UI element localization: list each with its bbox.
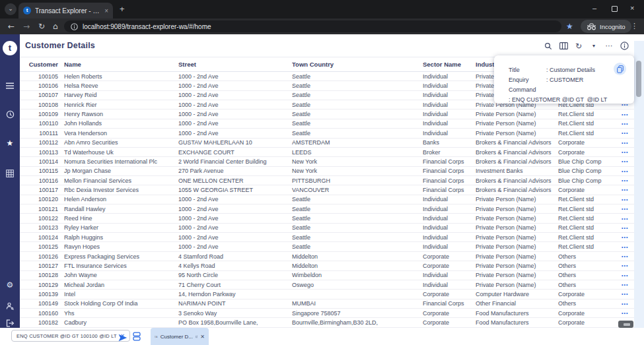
window-minimize-button[interactable]: –: [592, 4, 596, 12]
table-row[interactable]: 100110John Hollands1000 - 2nd AveSeattle…: [20, 119, 634, 129]
chevron-down-icon[interactable]: ▾: [589, 43, 598, 49]
window-maximize-button[interactable]: [612, 6, 618, 12]
open-in-window-icon[interactable]: [196, 334, 197, 340]
row-actions-button[interactable]: •••: [622, 159, 634, 164]
command-input-chip[interactable]: ENQ CUSTOMER @ID GT 100100 @ID LT ✕: [11, 330, 130, 342]
columns-icon[interactable]: [559, 42, 568, 49]
copy-button[interactable]: [614, 63, 626, 75]
table-row[interactable]: 100122Reed Hine1000 - 2nd AveSeattleIndi…: [20, 214, 634, 223]
table-row[interactable]: 100116Mellon Financial ServicesONE MELLO…: [20, 176, 634, 185]
column-header-sector-name[interactable]: Sector Name: [423, 61, 476, 68]
row-actions-button[interactable]: •••: [622, 263, 634, 268]
favorites-star-icon[interactable]: ★: [0, 139, 20, 148]
home-icon[interactable]: ⌂: [53, 18, 58, 34]
command-text: ENQ CUSTOMER @ID GT 100100 @ID LT: [17, 333, 117, 339]
tab-search-button[interactable]: ⌄: [5, 3, 17, 15]
row-actions-button[interactable]: •••: [622, 131, 634, 135]
table-row[interactable]: 100111Vera Henderson1000 - 2nd AveSeattl…: [20, 129, 634, 138]
row-actions-button[interactable]: •••: [622, 187, 634, 192]
command-stack-icon[interactable]: [133, 332, 141, 344]
row-actions-button[interactable]: •••: [622, 141, 634, 145]
table-row[interactable]: 100128John Wayne95 North CircleWimbeldon…: [20, 271, 634, 280]
cell: Brokers & Financial Advisors: [476, 149, 558, 156]
cell: Individual: [423, 111, 476, 117]
table-row[interactable]: 100117Rbc Dexia Investor Services1055 W …: [20, 185, 634, 195]
row-actions-button[interactable]: •••: [622, 245, 634, 249]
row-actions-button[interactable]: •••: [622, 121, 634, 126]
row-actions-button[interactable]: •••: [622, 254, 634, 259]
vertical-scrollbar[interactable]: [634, 41, 644, 328]
row-actions-button[interactable]: •••: [622, 197, 634, 202]
column-header-street[interactable]: Street: [178, 61, 292, 68]
refresh-icon[interactable]: ↻: [574, 42, 583, 51]
row-actions-button[interactable]: •••: [622, 112, 634, 117]
table-row[interactable]: 100139Intel14, Herndon ParkwayCorporateC…: [20, 290, 634, 299]
table-row[interactable]: 100112Abn Amro SecuritiesGUSTAV MAHLERLA…: [20, 139, 634, 148]
row-actions-button[interactable]: •••: [622, 169, 634, 173]
apps-grid-icon[interactable]: [0, 168, 20, 180]
table-row[interactable]: 100109Henry Rawson1000 - 2nd AveSeattleI…: [20, 110, 634, 119]
cell: LEEDS: [292, 149, 423, 156]
row-actions-button[interactable]: •••: [622, 226, 634, 230]
tab-close-icon[interactable]: ×: [104, 7, 108, 15]
app-logo[interactable]: t: [3, 41, 17, 55]
table-row[interactable]: 100123Ryley Harker1000 - 2nd AveSeattleI…: [20, 224, 634, 233]
row-actions-button[interactable]: •••: [622, 311, 634, 315]
table-row[interactable]: 100124Ralph Huggins1000 - 2nd AveSeattle…: [20, 233, 634, 242]
address-bar[interactable]: localhost:9089/transact-explorer-wa/#/ho…: [64, 20, 561, 32]
table-row[interactable]: 100113Td Waterhouse UkEXCHANGE COURTLEED…: [20, 148, 634, 157]
row-actions-button[interactable]: •••: [622, 206, 634, 211]
site-info-icon[interactable]: [71, 23, 78, 30]
table-row[interactable]: 100121Randall Hawley1000 - 2nd AveSeattl…: [20, 204, 634, 214]
new-tab-button[interactable]: +: [120, 4, 125, 14]
info-icon[interactable]: [620, 42, 629, 50]
cell: Brokers & Financial Advisors: [476, 177, 558, 184]
column-header-town-country[interactable]: Town Country: [292, 61, 423, 68]
history-icon[interactable]: [0, 110, 20, 121]
settings-gear-icon[interactable]: ⚙: [0, 280, 20, 290]
row-actions-button[interactable]: •••: [622, 292, 634, 296]
row-actions-button[interactable]: •••: [622, 301, 634, 306]
table-row[interactable]: 100160Yhs3 Senoko WaySingapore 758057Cor…: [20, 309, 634, 318]
column-header-customer[interactable]: Customer: [20, 61, 58, 68]
table-row[interactable]: 100149Stock Holding Corp Of IndiaNARIMAN…: [20, 299, 634, 309]
bookmark-star-icon[interactable]: ★: [566, 18, 573, 34]
column-header-name[interactable]: Name: [58, 61, 178, 68]
incognito-badge: Incognito: [581, 20, 631, 33]
drag-handle[interactable]: [618, 321, 633, 328]
row-actions-button[interactable]: •••: [622, 273, 634, 278]
window-close-button[interactable]: ×: [630, 4, 634, 12]
cell: 2 World Financial Center Building: [178, 158, 292, 165]
user-access-icon[interactable]: [0, 301, 20, 313]
table-row[interactable]: 100114Nomura Securities International Pl…: [20, 157, 634, 166]
table-row[interactable]: 100115Jp Morgan Chase270 Park AvenueNew …: [20, 167, 634, 176]
open-tab-close-icon[interactable]: ✕: [200, 334, 205, 340]
cell: 100123: [20, 224, 58, 231]
table-row[interactable]: 100126Express Packaging Services4 Stamfo…: [20, 252, 634, 261]
row-actions-button[interactable]: •••: [622, 150, 634, 154]
open-screen-tab[interactable]: A Customer D... ✕: [151, 328, 209, 345]
table-row[interactable]: 100120Helen Anderson1000 - 2nd AveSeattl…: [20, 195, 634, 204]
more-options-icon[interactable]: ⋯: [604, 42, 614, 50]
row-actions-button[interactable]: •••: [622, 216, 634, 221]
forward-icon[interactable]: →: [23, 18, 30, 34]
send-command-icon[interactable]: [118, 332, 127, 344]
browser-menu-icon[interactable]: ⋮: [631, 18, 638, 34]
cell: Reed Hine: [58, 215, 178, 222]
row-actions-button[interactable]: •••: [622, 178, 634, 183]
table-row[interactable]: 100182CadburyPO Box 1958,Bournville Lane…: [20, 318, 634, 327]
cell: 100121: [20, 206, 58, 212]
back-icon[interactable]: ←: [8, 18, 15, 34]
browser-tab[interactable]: t Transact Explorer - Model Bank ×: [18, 3, 113, 18]
reload-icon[interactable]: ↻: [38, 18, 45, 34]
scrollbar-thumb[interactable]: [636, 61, 641, 97]
cell: John Hollands: [58, 120, 178, 127]
row-actions-button[interactable]: •••: [622, 282, 634, 287]
table-row[interactable]: 100125Ravyn Hopes1000 - 2nd AveSeattleIn…: [20, 242, 634, 251]
table-row[interactable]: 100129Micheal Jordan71 Cherry CourtOsweg…: [20, 280, 634, 290]
row-actions-button[interactable]: •••: [622, 235, 634, 239]
cell: 1000 - 2nd Ave: [178, 224, 292, 231]
search-icon[interactable]: [544, 42, 553, 50]
menu-icon[interactable]: [0, 80, 20, 92]
table-row[interactable]: 100127FTL Insurance Services4 Kellys Roa…: [20, 261, 634, 270]
